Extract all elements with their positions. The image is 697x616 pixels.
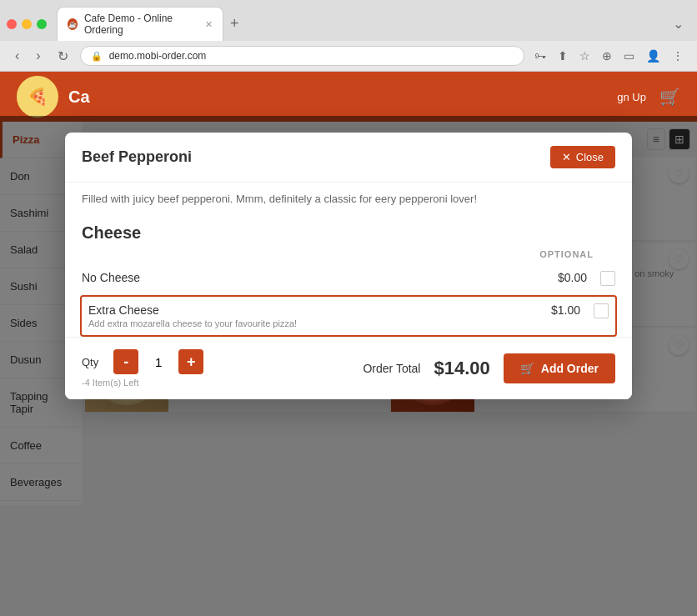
option-label-group: Extra Cheese Add extra mozarella cheese … (88, 303, 551, 328)
forward-button[interactable]: › (31, 47, 45, 65)
refresh-button[interactable]: ↻ (53, 47, 73, 66)
close-label: Close (576, 151, 604, 163)
address-bar: ‹ › ↻ 🔒 demo.mobi-order.com 🗝 ⬆ ☆ ⊕ ▭ 👤 … (0, 41, 697, 71)
order-total-label: Order Total (363, 362, 420, 375)
new-tab-button[interactable]: + (223, 12, 246, 36)
menu-icon[interactable]: ⋮ (669, 48, 687, 64)
bookmark-icon[interactable]: ☆ (576, 48, 594, 64)
lock-icon: 🔒 (91, 51, 103, 62)
tab-title: Cafe Demo - Online Ordering (84, 13, 195, 36)
add-order-button[interactable]: 🛒 Add Order (504, 353, 615, 383)
window-close-btn[interactable] (7, 19, 17, 29)
cart-icon: 🛒 (520, 362, 534, 375)
modal-header: Beef Pepperoni ✕ Close (65, 133, 632, 183)
modal-close-button[interactable]: ✕ Close (550, 146, 615, 168)
browser-actions: 🗝 ⬆ ☆ ⊕ ▭ 👤 ⋮ (531, 48, 687, 64)
modal-overlay: Beef Pepperoni ✕ Close Filled with juicy… (0, 116, 697, 616)
qty-increase-button[interactable]: + (178, 349, 203, 374)
option-price-no-cheese: $0.00 (558, 271, 587, 284)
back-button[interactable]: ‹ (10, 47, 24, 65)
option-row-extra-cheese: Extra Cheese Add extra mozarella cheese … (80, 295, 617, 337)
option-price-extra-cheese: $1.00 (551, 303, 580, 317)
cart-icon[interactable]: 🛒 (659, 87, 680, 107)
site-header: 🍕 Ca gn Up 🛒 (0, 72, 697, 122)
modal-description: Filled with juicy beef pepperoni. Mmm, d… (65, 183, 632, 215)
qty-label: Qty (82, 356, 98, 368)
modal-cheese-section: Cheese OPTIONAL No Cheese $0.00 Extra Ch… (65, 215, 632, 337)
option-label-group: No Cheese (82, 271, 558, 284)
option-checkbox-extra-cheese[interactable] (594, 303, 609, 318)
tab-bar: ☕ Cafe Demo - Online Ordering ✕ + ⌄ (0, 0, 697, 41)
key-icon[interactable]: 🗝 (531, 48, 549, 64)
modal-footer: Qty - 1 + -4 Item(s) Left Order Total $1… (65, 337, 632, 399)
header-right: gn Up 🛒 (617, 87, 680, 107)
sign-up-link[interactable]: gn Up (617, 91, 646, 103)
modal-title: Beef Pepperoni (82, 148, 192, 166)
qty-value: 1 (145, 355, 172, 369)
optional-label: OPTIONAL (539, 249, 594, 259)
option-name-no-cheese: No Cheese (82, 271, 558, 284)
window-minimize-btn[interactable] (22, 19, 32, 29)
tab-dropdown-icon[interactable]: ⌄ (673, 16, 690, 32)
url-bar[interactable]: 🔒 demo.mobi-order.com (80, 46, 524, 66)
option-row-no-cheese: No Cheese $0.00 (82, 263, 615, 295)
section-title: Cheese (82, 215, 615, 246)
logo-icon: 🍕 (28, 87, 48, 107)
site-logo: 🍕 (17, 76, 58, 118)
add-order-label: Add Order (541, 362, 599, 375)
window-icon[interactable]: ▭ (620, 48, 638, 64)
option-sub-extra-cheese: Add extra mozarella cheese to your favou… (88, 318, 551, 328)
option-header: OPTIONAL (82, 246, 615, 263)
tab-close-icon[interactable]: ✕ (205, 19, 213, 30)
profile-icon[interactable]: 👤 (643, 48, 664, 64)
option-name-extra-cheese: Extra Cheese (88, 303, 551, 317)
extensions-icon[interactable]: ⊕ (599, 48, 615, 64)
option-checkbox-no-cheese[interactable] (600, 271, 615, 286)
site-title: Ca (68, 88, 90, 107)
footer-left: Qty - 1 + -4 Item(s) Left (82, 349, 203, 388)
order-total-price: $14.00 (434, 358, 489, 379)
product-modal: Beef Pepperoni ✕ Close Filled with juicy… (65, 133, 632, 399)
browser-chrome: ☕ Cafe Demo - Online Ordering ✕ + ⌄ ‹ › … (0, 0, 697, 72)
url-text: demo.mobi-order.com (109, 50, 207, 62)
window-maximize-btn[interactable] (37, 19, 47, 29)
browser-tab[interactable]: ☕ Cafe Demo - Online Ordering ✕ (57, 7, 223, 41)
window-controls (7, 19, 47, 29)
qty-decrease-button[interactable]: - (113, 349, 138, 374)
tab-favicon: ☕ (68, 18, 78, 30)
share-icon[interactable]: ⬆ (554, 48, 571, 64)
items-left: -4 Item(s) Left (82, 378, 203, 388)
close-x-icon: ✕ (562, 151, 571, 163)
